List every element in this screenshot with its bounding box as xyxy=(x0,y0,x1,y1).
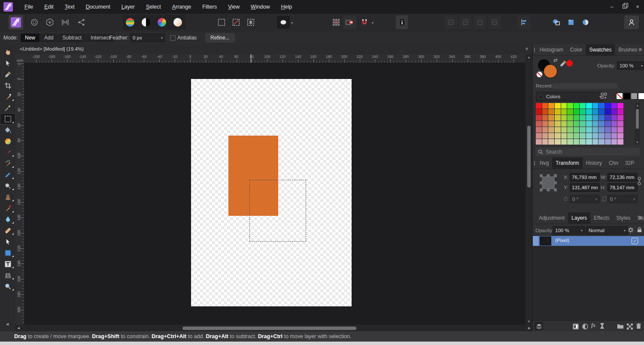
pixel-tool[interactable] xyxy=(0,169,15,180)
new-pixel-layer-icon[interactable] xyxy=(626,323,633,330)
palette-swatch[interactable] xyxy=(617,133,623,139)
pixel-grid-button[interactable] xyxy=(330,16,343,29)
text-tool[interactable] xyxy=(0,258,15,269)
colour-replacement-tool[interactable] xyxy=(0,158,15,169)
palette-swatch[interactable] xyxy=(580,109,586,115)
palette-swatch[interactable] xyxy=(617,109,623,115)
menu-document[interactable]: Document xyxy=(80,0,116,14)
palette-swatch[interactable] xyxy=(605,103,611,109)
tab-32bit-preview[interactable]: 32P xyxy=(622,157,638,169)
node-tool[interactable] xyxy=(0,236,15,247)
selection-brush-tool[interactable] xyxy=(0,91,15,102)
link-dimensions-icon[interactable] xyxy=(637,176,641,187)
palette-swatch[interactable] xyxy=(542,103,548,109)
hourglass-icon[interactable] xyxy=(600,323,605,329)
tab-histogram[interactable]: Histogram xyxy=(536,44,567,55)
tab-history[interactable]: History xyxy=(583,157,605,169)
palette-swatch[interactable] xyxy=(561,139,567,145)
palette-swatch[interactable] xyxy=(536,103,542,109)
palette-swatch[interactable] xyxy=(574,115,580,121)
menu-text[interactable]: Text xyxy=(59,0,80,14)
new-selection-button[interactable] xyxy=(215,16,228,29)
palette-swatch[interactable] xyxy=(617,139,623,145)
menu-filters[interactable]: Filters xyxy=(197,0,222,14)
palette-swatch[interactable] xyxy=(548,115,554,121)
panel-grip[interactable] xyxy=(534,161,535,166)
palette-swatch[interactable] xyxy=(611,133,617,139)
adjustment-layer-icon[interactable] xyxy=(582,323,589,330)
insert-inside-button[interactable] xyxy=(564,15,578,29)
palette-swatch[interactable] xyxy=(542,121,548,127)
palette-swatch[interactable] xyxy=(586,127,592,133)
palette-swatch[interactable] xyxy=(555,133,561,139)
antialias-checkbox[interactable] xyxy=(170,35,176,41)
palette-swatch[interactable] xyxy=(574,109,580,115)
horizontal-scrollbar[interactable]: ◀ ▶ xyxy=(15,325,532,331)
gradient-tool[interactable] xyxy=(0,136,15,147)
feather-dropdown[interactable]: 0 px ▾ xyxy=(130,33,165,42)
palette-swatch[interactable] xyxy=(586,121,592,127)
palette-swatch[interactable] xyxy=(592,103,598,109)
mode-add-button[interactable]: Add xyxy=(40,33,58,42)
palette-swatch[interactable] xyxy=(542,115,548,121)
collapse-tools-icon[interactable]: ◀ xyxy=(6,322,9,326)
palette-swatch[interactable] xyxy=(611,115,617,121)
auto-white-balance-button[interactable] xyxy=(170,16,185,29)
palette-scroll-up-icon[interactable]: ▲ xyxy=(636,104,639,107)
palette-swatch[interactable] xyxy=(567,121,573,127)
delete-layer-icon[interactable] xyxy=(636,323,641,329)
palette-swatch[interactable] xyxy=(617,103,623,109)
blend-mode-dropdown[interactable]: Normal ▾ xyxy=(586,226,628,235)
menu-file[interactable]: File xyxy=(19,0,39,14)
flood-select-tool[interactable] xyxy=(0,102,15,113)
live-filter-fx-icon[interactable]: fx xyxy=(591,322,595,329)
palette-swatch[interactable] xyxy=(592,109,598,115)
scroll-up-icon[interactable]: ▲ xyxy=(527,55,531,59)
layers-opacity-dropdown[interactable]: 100 % ▾ xyxy=(553,226,585,235)
palette-swatch[interactable] xyxy=(548,133,554,139)
view-tool[interactable] xyxy=(0,46,15,58)
palette-swatch[interactable] xyxy=(592,139,598,145)
palette-swatch[interactable] xyxy=(586,103,592,109)
tab-layers[interactable]: Layers xyxy=(568,212,590,224)
photo-persona-button[interactable] xyxy=(9,15,23,30)
palette-category-dropdown[interactable]: Colors ▾ xyxy=(536,92,604,101)
palette-scrollbar[interactable]: ▲ ▼ xyxy=(635,103,640,145)
swatch-none[interactable] xyxy=(616,93,623,100)
palette-swatch[interactable] xyxy=(542,139,548,145)
palette-swatch[interactable] xyxy=(598,139,605,145)
fill-color-well[interactable] xyxy=(544,65,557,78)
palette-swatch[interactable] xyxy=(548,127,554,133)
tab-navigator[interactable]: Nvg xyxy=(536,157,552,169)
zoom-tool[interactable] xyxy=(0,281,15,292)
palette-swatch[interactable] xyxy=(567,115,573,121)
palette-swatch[interactable] xyxy=(611,139,617,145)
mesh-warp-tool[interactable] xyxy=(0,269,15,281)
menu-layer[interactable]: Layer xyxy=(116,0,140,14)
develop-persona-button[interactable] xyxy=(43,16,57,29)
palette-swatch[interactable] xyxy=(605,133,611,139)
palette-swatch[interactable] xyxy=(598,115,605,121)
palette-swatch[interactable] xyxy=(542,133,548,139)
palette-swatch[interactable] xyxy=(561,121,567,127)
swatch-black[interactable] xyxy=(623,93,630,100)
palette-swatch[interactable] xyxy=(605,115,611,121)
canvas-viewport[interactable] xyxy=(24,63,526,325)
palette-swatch[interactable] xyxy=(580,103,586,109)
snapping-chevron-icon[interactable]: ▾ xyxy=(372,21,374,25)
rect-marquee-tool[interactable] xyxy=(0,113,15,124)
palette-swatch[interactable] xyxy=(555,109,561,115)
blemish-removal-tool[interactable] xyxy=(0,203,15,214)
palette-swatch[interactable] xyxy=(580,139,586,145)
layer-row-pixel[interactable]: (Pixel) ✓ xyxy=(533,236,644,246)
auto-levels-button[interactable] xyxy=(123,16,137,29)
palette-swatch[interactable] xyxy=(555,103,561,109)
palette-swatch[interactable] xyxy=(567,133,573,139)
palette-swatch[interactable] xyxy=(598,109,605,115)
insert-ontop-button[interactable] xyxy=(579,15,592,29)
palette-swatch[interactable] xyxy=(548,139,554,145)
palette-swatch[interactable] xyxy=(548,109,554,115)
h-input[interactable]: 78,147 mm xyxy=(608,183,638,192)
swatch-search-box[interactable]: Search xyxy=(536,148,640,156)
palette-swatch[interactable] xyxy=(542,109,548,115)
